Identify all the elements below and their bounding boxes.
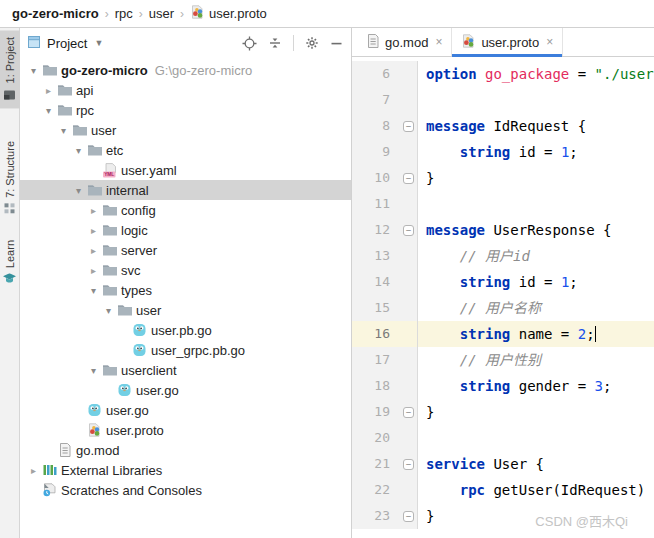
code-line[interactable]: 18 string gender = 3;	[352, 373, 654, 399]
fold-marker[interactable]: −	[400, 113, 418, 139]
folder-icon	[86, 143, 103, 157]
tree-item[interactable]: ▸svc	[20, 260, 351, 280]
tree-item[interactable]: ▾user	[20, 300, 351, 320]
code-line[interactable]: 9 string id = 1;	[352, 139, 654, 165]
chevron-collapsed-icon[interactable]: ▸	[86, 265, 101, 276]
chevron-expanded-icon[interactable]: ▾	[86, 285, 101, 296]
project-tree: ▾go-zero-microG:\go-zero-micro▸api▾rpc▾u…	[20, 58, 351, 538]
hide-panel-icon[interactable]	[330, 37, 343, 50]
gear-icon[interactable]	[305, 36, 319, 50]
chevron-collapsed-icon[interactable]: ▸	[86, 225, 101, 236]
fold-marker[interactable]: −	[400, 217, 418, 243]
code-text: // 用户名称	[418, 295, 654, 321]
code-line[interactable]: 6option go_package = "./user";	[352, 61, 654, 87]
breadcrumb-item-rpc[interactable]: rpc	[115, 6, 133, 21]
tree-item[interactable]: user.proto	[20, 420, 351, 440]
proto-file-icon	[190, 5, 205, 22]
close-icon[interactable]: ×	[435, 35, 442, 49]
code-line[interactable]: 21−service User {	[352, 451, 654, 477]
fold-start-icon[interactable]: −	[403, 459, 414, 470]
fold-end-icon[interactable]: −	[403, 173, 414, 184]
tree-item[interactable]: ▾userclient	[20, 360, 351, 380]
fold-gutter	[400, 61, 418, 87]
collapse-all-icon[interactable]	[268, 36, 282, 50]
tree-item[interactable]: YMLuser.yaml	[20, 160, 351, 180]
code-line[interactable]: 16 string name = 2;	[352, 321, 654, 347]
tree-item[interactable]: user.go	[20, 400, 351, 420]
tab-user-proto[interactable]: user.proto ×	[452, 28, 563, 56]
chevron-expanded-icon[interactable]: ▾	[26, 65, 41, 76]
tree-item[interactable]: ▸External Libraries	[20, 460, 351, 480]
fold-marker[interactable]: −	[400, 399, 418, 425]
fold-start-icon[interactable]: −	[403, 225, 414, 236]
chevron-collapsed-icon[interactable]: ▸	[86, 245, 101, 256]
code-line[interactable]: 14 string id = 1;	[352, 269, 654, 295]
breadcrumb-item-project[interactable]: go-zero-micro	[12, 6, 99, 21]
chevron-expanded-icon[interactable]: ▾	[41, 105, 56, 116]
breadcrumb-item-file[interactable]: user.proto	[190, 5, 267, 22]
code-line[interactable]: 11	[352, 191, 654, 217]
tree-item[interactable]: ▾types	[20, 280, 351, 300]
code-line[interactable]: 22 rpc getUser(IdRequest) returns(UserRe…	[352, 477, 654, 503]
code-line[interactable]: 8−message IdRequest {	[352, 113, 654, 139]
chevron-collapsed-icon[interactable]: ▸	[86, 205, 101, 216]
chevron-down-icon[interactable]: ▼	[94, 38, 103, 48]
code-line[interactable]: 12−message UserResponse {	[352, 217, 654, 243]
chevron-collapsed-icon[interactable]: ▸	[41, 85, 56, 96]
tree-item[interactable]: ▸server	[20, 240, 351, 260]
locate-file-icon[interactable]	[242, 36, 257, 51]
tree-item[interactable]: ▸config	[20, 200, 351, 220]
folder-icon	[101, 283, 118, 297]
folder-icon	[56, 83, 73, 97]
toolwindow-tab-structure[interactable]: 7: Structure	[0, 134, 20, 221]
code-line[interactable]: 7	[352, 87, 654, 113]
fold-start-icon[interactable]: −	[403, 121, 414, 132]
tree-item-label: user.yaml	[121, 163, 177, 178]
project-panel-title[interactable]: Project	[47, 36, 87, 51]
code-line[interactable]: 17 // 用户性别	[352, 347, 654, 373]
chevron-expanded-icon[interactable]: ▾	[71, 185, 86, 196]
chevron-collapsed-icon[interactable]: ▸	[26, 465, 41, 476]
code-line[interactable]: 20	[352, 425, 654, 451]
tree-item[interactable]: user_grpc.pb.go	[20, 340, 351, 360]
tree-item[interactable]: ▾rpc	[20, 100, 351, 120]
chevron-expanded-icon[interactable]: ▾	[56, 125, 71, 136]
code-text: // 用户id	[418, 243, 654, 269]
fold-marker[interactable]: −	[400, 165, 418, 191]
code-line[interactable]: 19−}	[352, 399, 654, 425]
code-line[interactable]: 15 // 用户名称	[352, 295, 654, 321]
line-number: 21	[352, 451, 400, 477]
code-line[interactable]: 10−}	[352, 165, 654, 191]
fold-marker[interactable]: −	[400, 451, 418, 477]
tab-go-mod[interactable]: go.mod ×	[357, 28, 452, 56]
fold-end-icon[interactable]: −	[403, 511, 414, 522]
tree-item[interactable]: ▾user	[20, 120, 351, 140]
tree-item-label: api	[76, 83, 93, 98]
tree-item[interactable]: go.mod	[20, 440, 351, 460]
tree-item[interactable]: ▸logic	[20, 220, 351, 240]
code-editor[interactable]: 6option go_package = "./user";78−message…	[352, 57, 654, 538]
chevron-expanded-icon[interactable]: ▾	[86, 365, 101, 376]
tree-item[interactable]: ▾go-zero-microG:\go-zero-micro	[20, 60, 351, 80]
toolwindow-tab-project[interactable]: 1: Project	[0, 30, 20, 108]
toolwindow-tab-learn[interactable]: Learn	[0, 233, 20, 291]
tree-item[interactable]: ▸api	[20, 80, 351, 100]
chevron-expanded-icon[interactable]: ▾	[101, 305, 116, 316]
fold-gutter	[400, 347, 418, 373]
fold-end-icon[interactable]: −	[403, 407, 414, 418]
close-icon[interactable]: ×	[546, 35, 553, 49]
tree-item[interactable]: user.pb.go	[20, 320, 351, 340]
ide-window: go-zero-micro › rpc › user › user.proto …	[0, 0, 654, 538]
fold-marker[interactable]: −	[400, 503, 418, 529]
tree-item[interactable]: ▾internal	[20, 180, 351, 200]
tree-item[interactable]: user.go	[20, 380, 351, 400]
breadcrumb-item-user[interactable]: user	[149, 6, 174, 21]
fold-gutter	[400, 139, 418, 165]
tree-item[interactable]: ▾etc	[20, 140, 351, 160]
folder-icon	[71, 123, 88, 137]
chevron-expanded-icon[interactable]: ▾	[71, 145, 86, 156]
code-lines: 6option go_package = "./user";78−message…	[352, 61, 654, 529]
tree-item[interactable]: Scratches and Consoles	[20, 480, 351, 500]
line-number: 7	[352, 87, 400, 113]
code-line[interactable]: 13 // 用户id	[352, 243, 654, 269]
